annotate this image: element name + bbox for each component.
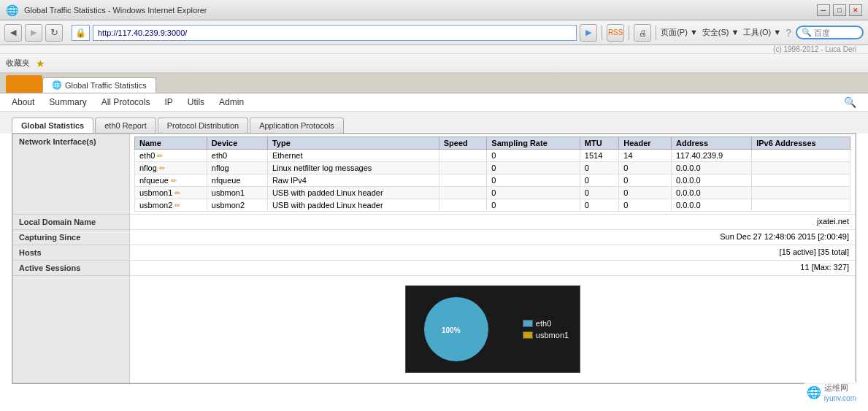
nic-speed [439,187,487,199]
nic-row: nfqueue ✏ nfqueue Raw IPv4 0 0 0 0.0.0.0 [135,174,850,187]
col-ipv6: IPv6 Addresses [752,137,850,150]
local-domain-value: jxatei.net [130,215,856,230]
col-address: Address [672,137,752,150]
nic-mtu: 0 [580,174,618,187]
menu-summary[interactable]: Summary [49,97,86,107]
menu-ip[interactable]: IP [164,97,172,107]
close-button[interactable]: ✕ [849,4,862,16]
pie-chart-container: 100% eth0usbmon1 [405,285,580,373]
edit-icon[interactable]: ✏ [174,189,180,197]
back-button[interactable]: ◀ [4,24,22,42]
active-sessions-row: Active Sessions 11 [Max: 327] [13,261,856,276]
print-button[interactable]: 🖨 [634,24,651,42]
network-interfaces-label: Network Interface(s) [13,134,130,215]
legend-label: usbmon1 [536,331,569,339]
nic-row: nflog ✏ nflog Linux netfilter log messag… [135,162,850,174]
nic-type: USB with padded Linux header [267,187,439,199]
nic-row: usbmon1 ✏ usbmon1 USB with padded Linux … [135,187,850,199]
nic-type: Linux netfilter log messages [267,162,439,174]
nic-type: Ethernet [267,150,439,162]
legend-item: eth0 [523,319,569,328]
nic-mtu: 1514 [580,150,618,162]
browser-right-icons: ▶ RSS 🖨 页面(P) ▼ 安全(S) ▼ 工具(O) ▼ ? 🔍 [580,24,864,42]
nic-address: 0.0.0.0 [672,162,752,174]
col-header: Header [619,137,672,150]
menu-about[interactable]: About [12,97,34,107]
nic-sampling-rate: 0 [487,187,580,199]
col-name: Name [135,137,207,150]
main-content: Network Interface(s) Name Device Type Sp… [12,134,856,384]
restore-button[interactable]: □ [833,4,846,16]
tab-eth0-report[interactable]: eth0 Report [95,118,155,133]
nic-header: 0 [619,162,672,174]
nic-speed [439,174,487,187]
nic-speed [439,199,487,212]
nic-sampling-rate: 0 [487,150,580,162]
nic-name: usbmon1 ✏ [135,187,207,199]
nic-speed [439,150,487,162]
address-bar[interactable] [93,25,577,41]
nic-name: eth0 ✏ [135,150,207,162]
menu-all-protocols[interactable]: All Protocols [101,97,150,107]
bookmarks-label[interactable]: 收藏夹 [6,58,30,69]
tools-menu[interactable]: 工具(O) ▼ [743,27,781,38]
minimize-button[interactable]: ─ [817,4,830,16]
hosts-row: Hosts [15 active] [35 total] [13,245,856,261]
browser-toolbar: ◀ ▶ ↻ 🔒 ▶ RSS 🖨 页面(P) ▼ 安全(S) ▼ 工具(O) ▼ … [0,20,868,45]
edit-icon[interactable]: ✏ [174,201,180,210]
nic-row: eth0 ✏ eth0 Ethernet 0 1514 14 117.40.23… [135,150,850,162]
nic-name: nfqueue ✏ [135,174,207,187]
nic-address: 117.40.239.9 [672,150,752,162]
nic-type: USB with padded Linux header [267,199,439,212]
tab-global-statistics[interactable]: Global Statistics [12,118,93,133]
capturing-since-value: Sun Dec 27 12:48:06 2015 [2:00:49] [130,230,856,245]
search-icon: 🔍 [802,28,812,37]
browser-icon: 🌐 [6,4,18,16]
chart-area: 100% eth0usbmon1 [134,278,850,380]
nic-header: 14 [619,150,672,162]
bookmarks-bar: 收藏夹 ★ [0,54,868,73]
local-domain-row: Local Domain Name jxatei.net [13,215,856,230]
forward-button[interactable]: ▶ [25,24,42,42]
col-type: Type [267,137,439,150]
browser-tab-active[interactable]: 🌐 Global Traffic Statistics [42,77,156,93]
search-box[interactable] [814,28,858,37]
nic-ipv6 [752,162,850,174]
col-speed: Speed [439,137,487,150]
col-device: Device [207,137,267,150]
bookmarks-star[interactable]: ★ [36,58,45,69]
watermark: 🌐 运维网 iyunv.com [802,381,861,384]
nic-name: nflog ✏ [135,162,207,174]
security-menu[interactable]: 安全(S) ▼ [702,27,740,38]
nic-ipv6 [752,150,850,162]
network-interfaces-content: Name Device Type Speed Sampling Rate MTU… [130,134,856,215]
capturing-since-label: Capturing Since [13,230,130,245]
menu-utils[interactable]: Utils [188,97,204,107]
page-search-icon[interactable]: 🔍 [844,96,856,108]
menu-admin[interactable]: Admin [219,97,244,107]
chart-label-cell [13,276,130,383]
nic-address: 0.0.0.0 [672,174,752,187]
chart-legend: eth0usbmon1 [523,319,569,339]
go-button[interactable]: ▶ [580,24,597,42]
nic-device: usbmon1 [207,187,267,199]
edit-icon[interactable]: ✏ [159,164,165,172]
security-icon: 🔒 [75,28,86,38]
legend-color-box [523,320,533,327]
edit-icon[interactable]: ✏ [157,152,163,160]
browser-titlebar: 🌐 Global Traffic Statistics - Windows In… [0,0,868,20]
orange-indicator-tab [6,75,42,93]
nic-type: Raw IPv4 [267,174,439,187]
rss-button[interactable]: RSS [607,24,624,42]
legend-color-box [523,331,533,339]
window-controls: ─ □ ✕ [817,4,862,16]
help-button[interactable]: ? [786,27,791,39]
edit-icon[interactable]: ✏ [171,177,177,185]
tab-application-protocols[interactable]: Application Protocols [250,118,344,133]
reload-button[interactable]: ↻ [45,24,63,42]
nic-speed [439,162,487,174]
tab-protocol-distribution[interactable]: Protocol Distribution [158,118,248,133]
page-menu[interactable]: 页面(P) ▼ [661,27,698,38]
active-sessions-label: Active Sessions [13,261,130,276]
app-tabs-container: Global Statistics eth0 Report Protocol D… [0,112,868,134]
